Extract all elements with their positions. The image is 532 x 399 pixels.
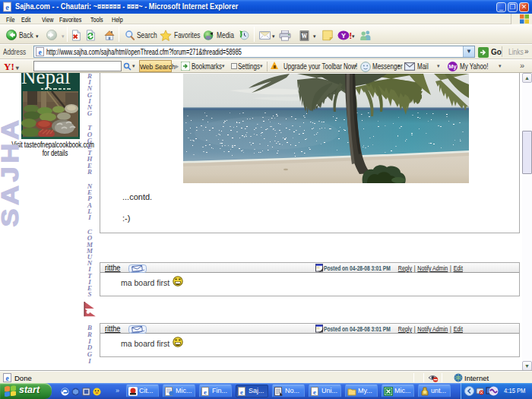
svg-text:Nepal: Nepal <box>21 73 70 88</box>
svg-text:Y: Y <box>341 32 346 40</box>
svg-text:e: e <box>240 388 243 396</box>
svg-text:e: e <box>5 3 9 11</box>
svg-text:e: e <box>38 49 41 56</box>
svg-text:e: e <box>5 375 8 382</box>
svg-text:W: W <box>302 33 308 40</box>
svg-text:e: e <box>313 388 316 396</box>
svg-text:e: e <box>204 388 207 396</box>
